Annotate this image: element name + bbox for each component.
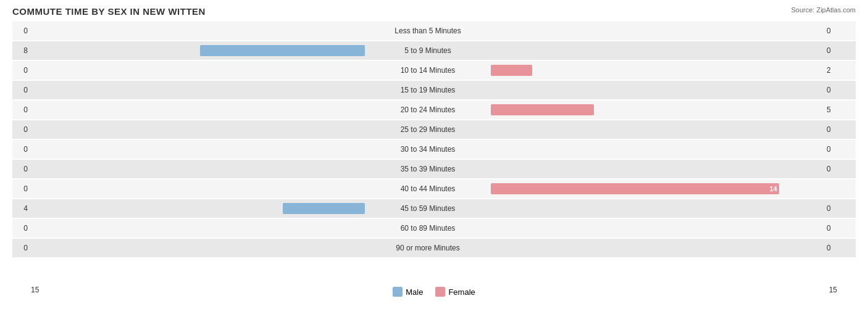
row-label: 30 to 34 Minutes [366,145,490,154]
male-bar-container [31,162,366,176]
male-bar-container [31,64,366,77]
row-label: 60 to 89 Minutes [366,224,490,233]
table-row: 4 45 to 59 Minutes 0 [12,199,856,218]
table-row: 0 30 to 34 Minutes 0 [12,140,856,159]
male-value: 0 [12,105,31,114]
male-value: 0 [12,224,31,233]
table-row: 0 40 to 44 Minutes 14 [12,180,856,198]
legend-male-label: Male [406,287,423,297]
female-bar-container: 14 [490,182,825,196]
table-row: 0 60 to 89 Minutes 0 [12,219,856,237]
male-value: 8 [12,46,31,55]
row-label: 35 to 39 Minutes [366,165,490,173]
female-bar-container [490,123,825,136]
legend: Male Female [393,287,475,297]
male-value: 0 [12,27,31,35]
row-label: 90 or more Minutes [366,244,490,252]
female-value: 0 [825,244,856,252]
table-row: 0 15 to 19 Minutes 0 [12,81,856,99]
female-bar-container [490,202,825,215]
male-bar [283,203,365,214]
table-row: 8 5 to 9 Minutes 0 [12,41,856,60]
female-value: 5 [825,105,856,114]
bottom-row: 15 Male Female 15 [12,283,856,297]
table-row: 0 90 or more Minutes 0 [12,239,856,257]
female-value: 0 [825,46,856,55]
male-bar-container [31,24,366,38]
male-bar-container [31,221,366,235]
male-value: 0 [12,184,31,193]
male-bar-container [31,103,366,117]
bottom-left-label: 15 [31,286,39,294]
male-value: 4 [12,204,31,213]
male-value: 0 [12,165,31,173]
female-bar-container [490,142,825,156]
female-bar-container [490,241,825,255]
legend-male-box [393,287,403,297]
chart-container: COMMUTE TIME BY SEX IN NEW WITTEN Source… [0,0,868,322]
female-bar-container [490,24,825,38]
row-label: 10 to 14 Minutes [366,66,490,75]
female-value: 0 [825,125,856,134]
male-bar-container [31,123,366,136]
row-label: 45 to 59 Minutes [366,204,490,213]
male-bar-container [31,83,366,97]
table-row: 0 10 to 14 Minutes 2 [12,61,856,80]
female-bar-container [490,162,825,176]
chart-area: 0 Less than 5 Minutes 0 8 5 to 9 Minutes… [12,22,856,281]
female-value: 2 [825,66,856,75]
source-label: Source: ZipAtlas.com [791,6,856,14]
male-bar-container [31,44,366,57]
table-row: 0 Less than 5 Minutes 0 [12,22,856,40]
table-row: 0 25 to 29 Minutes 0 [12,120,856,139]
row-label: 40 to 44 Minutes [366,184,490,193]
female-bar-container [490,103,825,117]
row-label: 15 to 19 Minutes [366,86,490,94]
female-value: 0 [825,224,856,233]
male-bar-container [31,142,366,156]
bottom-right-label: 15 [829,286,837,294]
female-value: 0 [825,165,856,173]
legend-female-label: Female [448,287,475,297]
female-bar-container [490,64,825,77]
row-label: 20 to 24 Minutes [366,105,490,114]
female-value: 0 [825,27,856,35]
legend-male: Male [393,287,423,297]
female-bar-container [490,83,825,97]
male-value: 0 [12,125,31,134]
chart-title: COMMUTE TIME BY SEX IN NEW WITTEN [12,6,856,17]
female-value: 0 [825,204,856,213]
male-bar-container [31,241,366,255]
table-row: 0 35 to 39 Minutes 0 [12,160,856,178]
female-value: 0 [825,145,856,154]
female-bar-container [490,44,825,57]
legend-female-box [435,287,445,297]
male-value: 0 [12,66,31,75]
row-label: 25 to 29 Minutes [366,125,490,134]
male-value: 0 [12,244,31,252]
row-label: 5 to 9 Minutes [366,46,490,55]
male-value: 0 [12,145,31,154]
female-value: 0 [825,86,856,94]
table-row: 0 20 to 24 Minutes 5 [12,101,856,119]
male-bar-container [31,182,366,196]
legend-female: Female [435,287,475,297]
female-bar-container [490,221,825,235]
row-label: Less than 5 Minutes [366,27,490,35]
male-bar [200,45,365,56]
male-value: 0 [12,86,31,94]
male-bar-container [31,202,366,215]
